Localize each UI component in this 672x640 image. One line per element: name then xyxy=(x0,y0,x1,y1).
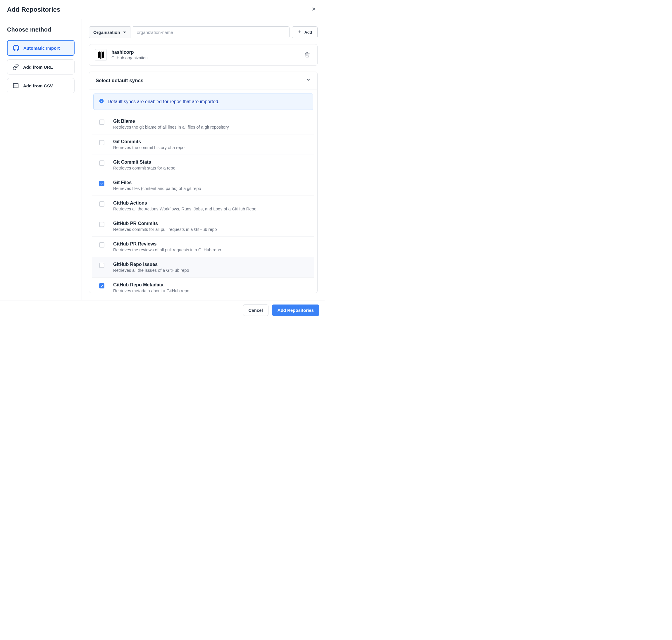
sync-description: Retrieves metadata about a GitHub repo xyxy=(113,288,189,293)
org-logo xyxy=(95,49,107,61)
sync-text: GitHub PR CommitsRetrieves commits for a… xyxy=(113,221,217,232)
sync-text: Git CommitsRetrieves the commit history … xyxy=(113,139,185,150)
method-label: Automatic Import xyxy=(24,46,60,50)
sync-list: Git BlameRetrieves the git blame of all … xyxy=(92,114,314,293)
sync-item: Git Commit StatsRetrieves commit stats f… xyxy=(92,155,314,175)
sync-checkbox[interactable] xyxy=(99,242,104,248)
sync-item: Git CommitsRetrieves the commit history … xyxy=(92,134,314,155)
sync-checkbox[interactable] xyxy=(99,140,104,145)
default-syncs-toggle[interactable]: Select default syncs xyxy=(89,72,317,89)
info-banner: Default syncs are enabled for repos that… xyxy=(93,93,313,110)
svg-rect-2 xyxy=(13,84,18,88)
method-automatic-import[interactable]: Automatic Import xyxy=(7,40,74,56)
svg-rect-9 xyxy=(101,100,102,101)
add-repositories-modal: Add Repositories Choose method Automatic… xyxy=(0,0,325,320)
sidebar-title: Choose method xyxy=(7,26,74,33)
plus-icon xyxy=(297,30,302,35)
sync-item: GitHub PR ReviewsRetrieves the reviews o… xyxy=(92,236,314,257)
close-button[interactable] xyxy=(310,5,318,14)
sync-description: Retrieves commits for all pull requests … xyxy=(113,227,217,232)
sync-text: Git BlameRetrieves the git blame of all … xyxy=(113,119,229,129)
org-card: hashicorp GitHub organization xyxy=(89,44,318,66)
method-label: Add from CSV xyxy=(23,83,53,88)
sync-title: Git Commit Stats xyxy=(113,160,175,165)
sync-description: Retrieves the git blame of all lines in … xyxy=(113,125,229,129)
sync-text: GitHub Repo MetadataRetrieves metadata a… xyxy=(113,282,189,293)
sidebar: Choose method Automatic Import Add from … xyxy=(0,19,82,300)
sync-description: Retrieves all the Actions Workflows, Run… xyxy=(113,207,256,211)
sync-text: GitHub ActionsRetrieves all the Actions … xyxy=(113,201,256,211)
org-subtitle: GitHub organization xyxy=(111,56,148,60)
github-icon xyxy=(13,45,19,51)
sync-checkbox[interactable] xyxy=(99,181,104,186)
method-add-from-csv[interactable]: Add from CSV xyxy=(7,78,74,93)
sync-text: Git Commit StatsRetrieves commit stats f… xyxy=(113,160,175,170)
modal-header: Add Repositories xyxy=(0,0,325,19)
sync-item: Git FilesRetrieves files (content and pa… xyxy=(92,175,314,195)
sync-description: Retrieves the reviews of all pull reques… xyxy=(113,248,221,252)
modal-title: Add Repositories xyxy=(7,6,60,13)
link-icon xyxy=(13,64,19,70)
caret-down-icon xyxy=(123,30,126,35)
trash-icon xyxy=(304,54,310,58)
org-info: hashicorp GitHub organization xyxy=(111,50,148,60)
table-icon xyxy=(13,83,19,89)
scope-select-label: Organization xyxy=(93,30,120,35)
sync-text: GitHub PR ReviewsRetrieves the reviews o… xyxy=(113,242,221,252)
sync-checkbox[interactable] xyxy=(99,283,104,288)
chevron-down-icon xyxy=(305,77,311,84)
add-org-row: Organization Add xyxy=(89,26,318,38)
sync-item: Git BlameRetrieves the git blame of all … xyxy=(92,114,314,134)
org-name: hashicorp xyxy=(111,50,148,55)
add-repositories-button[interactable]: Add Repositories xyxy=(272,305,319,316)
sync-text: Git FilesRetrieves files (content and pa… xyxy=(113,180,201,191)
sync-checkbox[interactable] xyxy=(99,119,104,125)
info-text: Default syncs are enabled for repos that… xyxy=(108,99,219,104)
sync-checkbox[interactable] xyxy=(99,201,104,207)
svg-rect-8 xyxy=(101,101,102,102)
main-panel: Organization Add hash xyxy=(82,19,325,300)
add-org-button-label: Add xyxy=(304,30,312,34)
add-org-button[interactable]: Add xyxy=(292,26,318,38)
sync-text: GitHub Repo IssuesRetrieves all the issu… xyxy=(113,262,189,273)
sync-item: GitHub Repo MetadataRetrieves metadata a… xyxy=(92,277,314,293)
org-name-input[interactable] xyxy=(133,26,289,38)
sync-title: GitHub PR Reviews xyxy=(113,242,221,247)
sync-description: Retrieves commit stats for a repo xyxy=(113,166,175,170)
cancel-button[interactable]: Cancel xyxy=(243,305,269,316)
sync-item: GitHub ActionsRetrieves all the Actions … xyxy=(92,195,314,216)
close-icon xyxy=(311,8,316,13)
method-add-from-url[interactable]: Add from URL xyxy=(7,59,74,74)
sync-description: Retrieves files (content and paths) of a… xyxy=(113,186,201,191)
sync-title: Git Commits xyxy=(113,139,185,144)
sync-title: GitHub Repo Issues xyxy=(113,262,189,267)
sync-title: GitHub Repo Metadata xyxy=(113,282,189,288)
sync-item: GitHub Repo IssuesRetrieves all the issu… xyxy=(92,257,314,277)
sync-checkbox[interactable] xyxy=(99,263,104,268)
sync-description: Retrieves the commit history of a repo xyxy=(113,145,185,150)
sync-title: GitHub Actions xyxy=(113,201,256,206)
remove-org-button[interactable] xyxy=(303,50,312,60)
sync-item: GitHub PR CommitsRetrieves commits for a… xyxy=(92,216,314,236)
sync-title: Git Blame xyxy=(113,119,229,124)
info-icon xyxy=(99,99,104,105)
sync-title: GitHub PR Commits xyxy=(113,221,217,226)
sync-description: Retrieves all the issues of a GitHub rep… xyxy=(113,268,189,273)
sync-checkbox[interactable] xyxy=(99,160,104,166)
default-syncs-body: Default syncs are enabled for repos that… xyxy=(89,89,317,293)
method-label: Add from URL xyxy=(23,64,53,70)
scope-select[interactable]: Organization xyxy=(89,26,130,38)
modal-footer: Cancel Add Repositories xyxy=(0,300,325,320)
sync-title: Git Files xyxy=(113,180,201,185)
modal-body: Choose method Automatic Import Add from … xyxy=(0,19,325,300)
sync-checkbox[interactable] xyxy=(99,222,104,227)
default-syncs-panel: Select default syncs Default syncs are e… xyxy=(89,72,318,293)
default-syncs-title: Select default syncs xyxy=(96,78,143,84)
